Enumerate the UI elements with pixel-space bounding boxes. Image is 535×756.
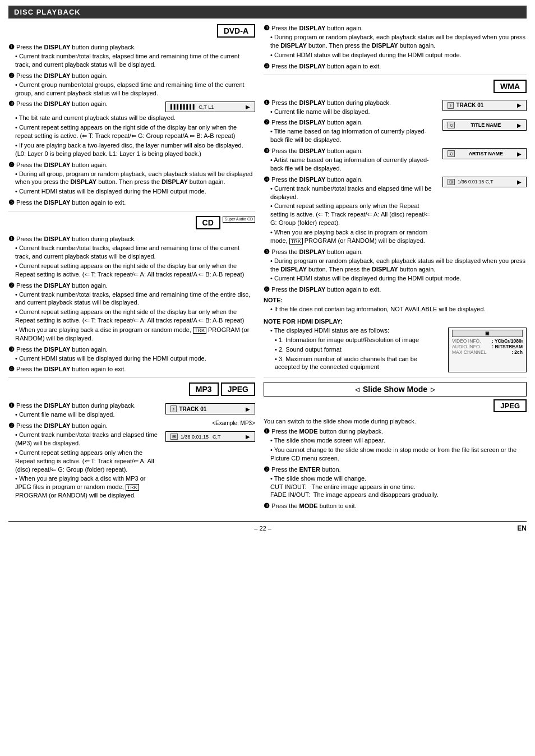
wma-section: WMA ❶ Press the DISPLAY button during pl… (264, 80, 527, 373)
dvd-display-bar: ▌▌▌▌▌▌▌▌ C,T L1 ▶ (165, 102, 255, 112)
cd-section: CD Super Audio CD ❶ Press the DISPLAY bu… (8, 216, 255, 373)
super-audio-label: Super Audio CD (223, 216, 255, 223)
page-bottom: – 22 – EN (8, 521, 527, 532)
hdmi-display-box: ▣ VIDEO INFO. : YCbCr/1080i AUDIO INFO. … (448, 328, 527, 372)
dvd-label: DVD-A (217, 24, 255, 38)
cd-step-1: ❶ Press the DISPLAY button during playba… (8, 235, 255, 278)
dvd-step-2: ❷ Press the DISPLAY button again. Curren… (8, 72, 255, 98)
wma-step-3: ❸ Press the DISPLAY button again. Artist… (264, 147, 438, 173)
cd-step-4: ❹ Press the DISPLAY button again to exit… (8, 365, 255, 373)
slide-show-jpeg-label: JPEG (494, 399, 527, 412)
dvd-right-step-3: ❸ Press the DISPLAY button again. During… (264, 24, 527, 59)
slide-show-intro: You can switch to the slide show mode du… (264, 418, 527, 425)
mp3jpeg-section: MP3 JPEG ❶ Press the DISPLAY button duri… (8, 382, 255, 503)
mp3-step-2: ❷ Press the DISPLAY button again. Curren… (8, 422, 161, 500)
mp3-label: MP3 (189, 382, 219, 396)
mp3-display-bar-1: ♪ TRACK 01 ▶ (165, 403, 255, 414)
wma-label: WMA (494, 80, 527, 93)
wma-step-5: ❺ Press the DISPLAY button again. During… (264, 248, 527, 283)
left-column: DVD-A ❶ Press the DISPLAY button during … (8, 24, 255, 513)
page-number: – 22 – (254, 525, 271, 532)
example-mp3-label: <Example: MP3> (212, 420, 255, 426)
dvd-right-step-4: ❹ Press the DISPLAY button again to exit… (264, 62, 527, 70)
mp3-step-1: ❶ Press the DISPLAY button during playba… (8, 402, 161, 419)
wma-step-4: ❹ Press the DISPLAY button again. Curren… (264, 176, 438, 245)
cd-step-2: ❷ Press the DISPLAY button again. Curren… (8, 282, 255, 343)
cd-step-3: ❸ Press the DISPLAY button again. Curren… (8, 345, 255, 363)
cd-label: CD (196, 216, 220, 229)
language-label: EN (517, 524, 527, 532)
slide-step-3: ❸ Press the MODE button to exit. (264, 502, 527, 510)
right-column: ❸ Press the DISPLAY button again. During… (264, 24, 527, 513)
slide-step-2: ❷ Press the ENTER button. The slide show… (264, 465, 527, 500)
wma-hdmi-note: NOTE FOR HDMI DISPLAY: The displayed HDM… (264, 318, 527, 372)
wma-note: NOTE: If the file does not contain tag i… (264, 297, 527, 314)
jpeg-label: JPEG (221, 382, 255, 396)
slide-show-section: Slide Show Mode JPEG You can switch to t… (264, 382, 527, 510)
wma-step-2: ❷ Press the DISPLAY button again. Title … (264, 118, 438, 144)
wma-display-3: ♫ ARTIST NAME ▶ (442, 148, 527, 159)
page-header: DISC PLAYBACK (8, 6, 527, 19)
dvd-step-5: ❺ Press the DISPLAY button again to exit… (8, 199, 255, 206)
dvd-step-1: ❶ Press the DISPLAY button during playba… (8, 43, 255, 69)
dvd-step-3: ❸ Press the DISPLAY button again. ▌▌▌▌▌▌… (8, 100, 255, 158)
slide-show-header: Slide Show Mode (264, 382, 527, 397)
dvd-right-steps: ❸ Press the DISPLAY button again. During… (264, 24, 527, 70)
wma-display-1: ♪ TRACK 01 ▶ (442, 100, 527, 111)
wma-display-4: ⊞ 1/36 0:01:15 C,T ▶ (442, 177, 527, 187)
dvd-step-4: ❹ Press the DISPLAY button again. During… (8, 161, 255, 196)
slide-step-1: ❶ Press the MODE button during playback.… (264, 427, 527, 463)
mp3-display-bar-2: ⊞ 1/36 0:01:15 C,T ▶ (165, 431, 255, 442)
dvd-section: DVD-A ❶ Press the DISPLAY button during … (8, 24, 255, 206)
wma-step-1: ❶ Press the DISPLAY button during playba… (264, 99, 438, 116)
wma-display-2: ♫ TITLE NAME ▶ (442, 119, 527, 131)
wma-step-6: ❻ Press the DISPLAY button again to exit… (264, 285, 527, 293)
